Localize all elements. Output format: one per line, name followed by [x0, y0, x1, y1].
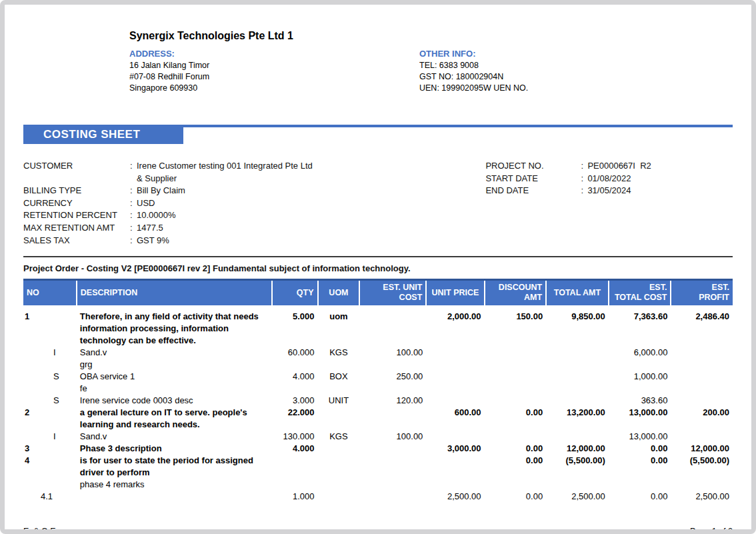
table-row: 2a general lecture on IT to serve. peopl…: [23, 407, 733, 431]
detail-label: MAX RETENTION AMT: [23, 222, 130, 235]
detail-row-start-date: START DATE:01/08/2022: [485, 173, 733, 185]
cell-discount_amt: 150.00: [485, 305, 547, 347]
cell-est_total_cost: 7,363.60: [609, 305, 671, 347]
table-header-row: NODESCRIPTIONQTYUOMEST. UNITCOSTUNIT PRI…: [23, 280, 733, 305]
address-line: 16 Jalan Kilang Timor: [129, 60, 419, 71]
company-name: Synergix Technologies Pte Ltd 1: [129, 29, 733, 43]
cell-est_unit_cost: [359, 305, 426, 347]
table-row: 3Phase 3 description4.0003,000.000.0012,…: [23, 443, 733, 455]
cell-discount_amt: [485, 371, 547, 395]
cell-unit_price: [426, 395, 484, 407]
cell-est_unit_cost: 120.00: [359, 395, 426, 407]
table-row: SIrene service code 0003 desc3.000UNIT12…: [23, 395, 733, 407]
other-info-label: OTHER INFO:: [419, 48, 733, 59]
cell-est_profit: 2,500.00: [671, 491, 733, 503]
cell-est_profit: [671, 395, 733, 407]
detail-value: 01/08/2022: [587, 173, 631, 185]
cell-no: I: [23, 431, 77, 443]
cell-total_amt: 9,850.00: [546, 305, 609, 347]
detail-row-billing-type: BILLING TYPE:Bill By Claim: [23, 185, 315, 197]
address-label: ADDRESS:: [129, 48, 419, 59]
col-header-total_amt: TOTAL AMT: [546, 280, 609, 305]
cell-no: I: [23, 347, 77, 371]
detail-row-retention-percent: RETENTION PERCENT:10.0000%: [23, 209, 315, 222]
cell-unit_price: [426, 431, 484, 443]
cell-est_total_cost: 0.00: [609, 455, 671, 491]
address-line: Singapore 609930: [129, 83, 419, 94]
col-header-no: NO: [23, 280, 77, 305]
detail-label: RETENTION PERCENT: [23, 209, 130, 222]
cell-no: S: [23, 371, 77, 395]
detail-value: 10.0000%: [137, 209, 176, 222]
cell-est_unit_cost: 100.00: [359, 431, 426, 443]
cell-uom: uom: [318, 305, 360, 347]
cell-qty: [272, 455, 317, 491]
costing-table: NODESCRIPTIONQTYUOMEST. UNITCOSTUNIT PRI…: [23, 279, 733, 503]
detail-value: Irene Customer testing 001 Integrated Pt…: [137, 160, 314, 185]
detail-label: CURRENCY: [23, 197, 130, 210]
cell-est_profit: [671, 431, 733, 443]
cell-description: is for user to state the period for assi…: [77, 455, 273, 491]
eoe-note: E. & O.E.: [23, 527, 58, 534]
cell-total_amt: [546, 347, 609, 371]
cell-description: [77, 491, 273, 503]
cell-unit_price: 2,000.00: [426, 305, 484, 347]
detail-label: CUSTOMER: [23, 160, 130, 185]
cell-est_total_cost: 6,000.00: [609, 347, 671, 371]
cell-description: OBA service 1fe: [77, 371, 273, 395]
col-header-est_total_cost: EST.TOTAL COST: [609, 280, 671, 305]
cell-uom: BOX: [318, 371, 360, 395]
cell-qty: 4.000: [272, 371, 317, 395]
cell-discount_amt: 0.00: [485, 407, 547, 431]
cell-discount_amt: 0.00: [485, 491, 547, 503]
table-row: ISand.v130.000KGS100.0013,000.00: [23, 431, 733, 443]
cell-uom: [318, 491, 360, 503]
cell-description: Sand.vgrg: [77, 347, 273, 371]
cell-est_total_cost: 13,000.00: [609, 431, 671, 443]
detail-label: SALES TAX: [23, 235, 130, 247]
cell-est_total_cost: 363.60: [609, 395, 671, 407]
cell-description: Sand.v: [77, 431, 273, 443]
cell-est_unit_cost: [359, 407, 426, 431]
address-block: ADDRESS: 16 Jalan Kilang Timor #07-08 Re…: [129, 48, 419, 94]
cell-unit_price: [426, 347, 484, 371]
cell-unit_price: 3,000.00: [426, 443, 484, 455]
table-row: 4.11.0002,500.000.002,500.000.002,500.00: [23, 491, 733, 503]
cell-est_unit_cost: 250.00: [359, 371, 426, 395]
detail-value: 31/05/2024: [587, 185, 631, 197]
cell-est_profit: 200.00: [671, 407, 733, 431]
other-info-block: OTHER INFO: TEL: 6383 9008 GST NO: 18000…: [419, 48, 733, 94]
cell-est_profit: [671, 371, 733, 395]
col-header-uom: UOM: [318, 280, 360, 305]
detail-label: END DATE: [485, 185, 581, 197]
cell-unit_price: [426, 455, 484, 491]
cell-unit_price: 2,500.00: [426, 491, 484, 503]
details-left: CUSTOMER:Irene Customer testing 001 Inte…: [23, 160, 315, 247]
cell-est_unit_cost: [359, 491, 426, 503]
cell-discount_amt: [485, 347, 547, 371]
cell-qty: 5.000: [272, 305, 317, 347]
cell-description: Phase 3 description: [77, 443, 273, 455]
cell-total_amt: 2,500.00: [546, 491, 609, 503]
company-header: Synergix Technologies Pte Ltd 1 ADDRESS:…: [5, 29, 751, 94]
cell-discount_amt: 0.00: [485, 443, 547, 455]
detail-value: Bill By Claim: [137, 185, 185, 197]
detail-row-max-retention-amt: MAX RETENTION AMT:1477.5: [23, 222, 315, 235]
cell-est_total_cost: 0.00: [609, 443, 671, 455]
cell-total_amt: [546, 371, 609, 395]
cell-uom: [318, 443, 360, 455]
cell-est_total_cost: 0.00: [609, 491, 671, 503]
details-right: PROJECT NO.:PE0000667I R2 START DATE:01/…: [485, 160, 733, 247]
cell-no: 1: [23, 305, 77, 347]
cell-total_amt: (5,500.00): [546, 455, 609, 491]
cell-est_unit_cost: [359, 443, 426, 455]
gst-line: GST NO: 180002904N: [419, 71, 733, 83]
cell-uom: KGS: [318, 347, 360, 371]
table-row: 4is for user to state the period for ass…: [23, 455, 733, 491]
title-band: COSTING SHEET: [23, 125, 733, 144]
cell-no: 4.1: [23, 491, 77, 503]
section-divider: [23, 256, 733, 257]
detail-row-currency: CURRENCY:USD: [23, 197, 315, 210]
cell-qty: 4.000: [272, 443, 317, 455]
detail-row-end-date: END DATE:31/05/2024: [485, 185, 733, 197]
